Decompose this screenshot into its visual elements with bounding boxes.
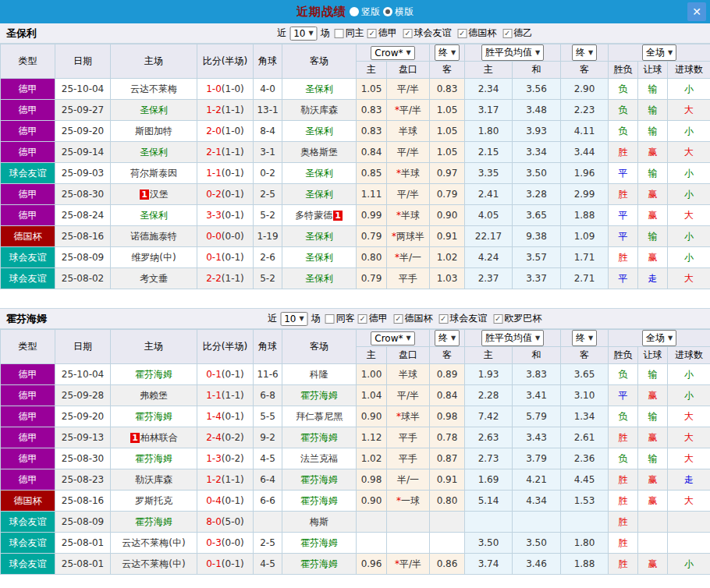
section-header-hoffenheim: 霍芬海姆 近 10▼ 场 同客 ✓德甲 ✓德国杯 ✓球会友谊 ✓欧罗巴杯 [0,309,710,329]
bookmaker-select[interactable]: Crow*▼ [371,46,414,60]
odds-handicap-cell: *一球 [387,491,430,512]
league-checkbox[interactable]: ✓ [493,314,502,324]
result-goals-cell: 大 [668,406,710,427]
final-avg-select[interactable]: 终▼ [572,330,597,346]
result-handicap-cell: 赢 [638,469,668,491]
halftime-score: (0-1) [222,411,244,422]
result-wdl-cell: 负 [609,100,638,121]
bookmaker-select[interactable]: Crow*▼ [371,331,414,345]
date-cell: 25-08-01 [55,533,111,554]
same-venue-checkbox[interactable] [335,29,344,38]
away-team-name: 霍芬海姆 [300,390,338,401]
fulltime-select[interactable]: 全场▼ [642,44,676,61]
result-handicap-cell: 赢 [638,247,668,268]
col-header-home: 主场 [111,44,197,79]
result-goals-cell: 大 [668,268,710,289]
red-card-badge: 1 [130,433,140,443]
corner-cell: 5-2 [254,268,282,289]
home-team-name: 云达不莱梅 [130,83,177,94]
avg-draw-cell: 4.34 [513,491,561,512]
league-checkbox[interactable]: ✓ [457,29,467,38]
result-handicap-cell [638,512,668,533]
final-avg-select-cell: 终▼ [561,44,609,62]
col-header-avg-home: 主 [465,62,513,79]
radio-vertical-label[interactable]: 竖版 [361,5,380,19]
handicap-text: 平/半 [397,147,419,158]
radio-horizontal-label[interactable]: 横版 [395,5,414,19]
result-goals-cell: 大 [668,142,710,163]
score-cell: 0-0(0-0) [197,226,254,247]
team-name: 圣保利 [0,27,37,41]
avg-draw-cell: 3.43 [513,427,561,448]
league-checkbox-label[interactable]: 欧罗巴杯 [504,313,541,324]
competition-badge: 德甲 [1,385,55,406]
odds-handicap-cell: 半球 [387,121,430,142]
col-header-result-wdl: 胜负 [609,62,638,79]
result-goals-cell: 大 [668,100,710,121]
final-avg-select[interactable]: 终▼ [572,44,597,61]
corner-cell: 6-8 [254,385,282,406]
home-team-cell: 霍芬海姆 [111,364,197,385]
odds-home-cell: 1.12 [357,427,387,448]
fulltime-score: 0-3 [206,537,222,548]
league-checkbox-label[interactable]: 德甲 [369,313,388,324]
league-checkbox-label[interactable]: 德国杯 [404,313,432,324]
avg-odds-select[interactable]: 胜平负均值▼ [481,330,544,346]
league-checkbox[interactable]: ✓ [403,29,412,38]
fulltime-score: 0-1 [206,558,222,569]
col-header-corner: 角球 [254,330,282,364]
corner-cell: 5-2 [254,205,282,226]
away-team-cell: 圣保利 [282,226,357,247]
avg-home-cell: 2.15 [465,142,513,163]
league-checkbox-label[interactable]: 球会友谊 [414,27,451,38]
home-team-name: 斯图加特 [135,126,172,136]
chevron-down-icon: ▼ [451,49,456,56]
league-checkbox[interactable]: ✓ [393,314,403,324]
league-checkbox-label[interactable]: 球会友谊 [449,313,487,324]
radio-vertical[interactable] [350,7,359,16]
league-checkbox[interactable]: ✓ [438,314,448,324]
handicap-text: 半球 [401,168,420,179]
result-wdl-cell: 胜 [609,142,638,163]
games-label: 场 [321,27,330,40]
league-checkbox[interactable]: ✓ [358,314,367,324]
league-checkbox-label[interactable]: 德甲 [378,27,397,38]
match-count-select[interactable]: 10▼ [280,312,307,326]
away-team-cell: 圣保利 [282,268,357,289]
close-icon[interactable]: ✕ [687,2,706,21]
col-header-home: 主场 [111,330,197,364]
avg-away-cell: 2.99 [561,184,609,205]
odds-home-cell [357,512,387,533]
handicap-text: 平/半 [399,558,421,569]
same-venue-label[interactable]: 同客 [336,312,355,325]
league-checkbox-label[interactable]: 德国杯 [468,27,496,38]
fulltime-select[interactable]: 全场▼ [642,330,676,346]
odds-handicap-cell: 平手 [387,427,430,448]
avg-away-cell: 3.65 [561,364,609,385]
halftime-score: (0-1) [222,252,244,263]
away-team-name: 圣保利 [305,168,333,179]
final-odds-select[interactable]: 终▼ [435,330,460,346]
result-goals-cell: 走 [668,469,710,491]
home-team-name: 圣保利 [140,147,168,158]
final-odds-select[interactable]: 终▼ [435,44,460,61]
match-count-select[interactable]: 10▼ [289,27,317,41]
same-venue-checkbox[interactable] [325,314,335,324]
league-checkbox[interactable]: ✓ [367,29,377,38]
odds-away-cell: 0.91 [430,226,465,247]
competition-badge: 德甲 [1,469,55,491]
home-team-cell: 霍芬海姆 [111,406,197,427]
check-icon: ✓ [395,315,401,323]
radio-horizontal[interactable] [383,7,392,16]
corner-cell: 11-6 [254,364,282,385]
league-checkbox[interactable]: ✓ [502,29,512,38]
score-cell: 0-4(0-1) [197,491,254,512]
home-team-name: 霍芬海姆 [135,369,172,380]
same-venue-label[interactable]: 同主 [346,27,364,40]
league-checkbox-label[interactable]: 德乙 [513,27,532,38]
halftime-score: (0-0) [222,537,244,548]
result-goals-cell: 小 [668,364,710,385]
avg-odds-select[interactable]: 胜平负均值▼ [481,44,544,61]
date-cell: 25-09-28 [55,385,111,406]
halftime-score: (1-0) [222,83,244,94]
